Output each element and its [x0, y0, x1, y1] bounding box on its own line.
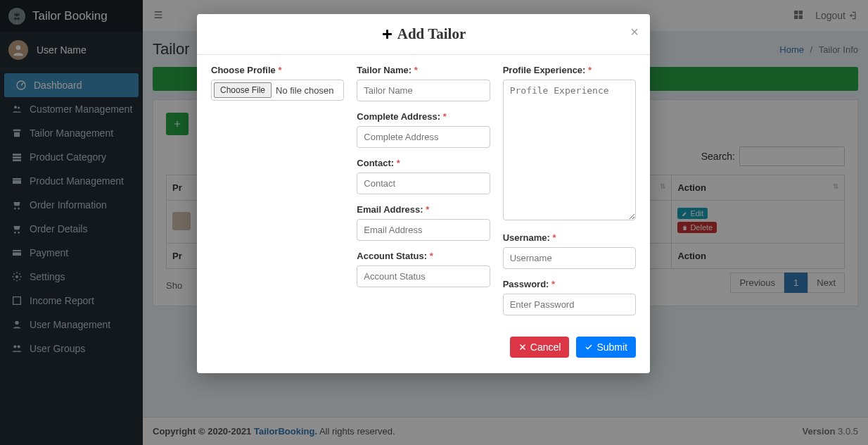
- username-input[interactable]: [503, 247, 636, 269]
- check-icon: [585, 343, 593, 351]
- file-input-wrapper[interactable]: Choose File No file chosen: [211, 80, 344, 101]
- cancel-button[interactable]: Cancel: [510, 337, 570, 358]
- label-profile: Choose Profile *: [211, 65, 344, 75]
- label-password: Password: *: [503, 279, 636, 289]
- status-input[interactable]: [357, 265, 490, 287]
- email-input[interactable]: [357, 219, 490, 241]
- label-username: Username: *: [503, 232, 636, 243]
- experience-textarea[interactable]: [503, 80, 636, 220]
- label-tailor-name: Tailor Name: *: [357, 65, 490, 75]
- label-contact: Contact: *: [357, 158, 490, 168]
- file-name-text: No file chosen: [276, 85, 333, 96]
- modal-header: Add Tailor ×: [197, 14, 650, 55]
- close-icon: [518, 343, 527, 351]
- tailor-name-input[interactable]: [357, 80, 490, 101]
- submit-button[interactable]: Submit: [576, 337, 636, 358]
- password-input[interactable]: [503, 294, 636, 315]
- modal-title: Add Tailor: [381, 25, 466, 43]
- label-experience: Profile Experience: *: [503, 65, 636, 75]
- label-email: Email Address: *: [357, 204, 490, 215]
- modal-footer: Cancel Submit: [197, 330, 650, 373]
- address-input[interactable]: [357, 126, 490, 148]
- contact-input[interactable]: [357, 173, 490, 194]
- label-address: Complete Address: *: [357, 111, 490, 122]
- plus-icon: [381, 28, 393, 40]
- modal-close-button[interactable]: ×: [630, 24, 639, 40]
- choose-file-button[interactable]: Choose File: [214, 82, 272, 98]
- add-tailor-modal: Add Tailor × Choose Profile * Choose Fil…: [197, 14, 650, 373]
- label-status: Account Status: *: [357, 251, 490, 261]
